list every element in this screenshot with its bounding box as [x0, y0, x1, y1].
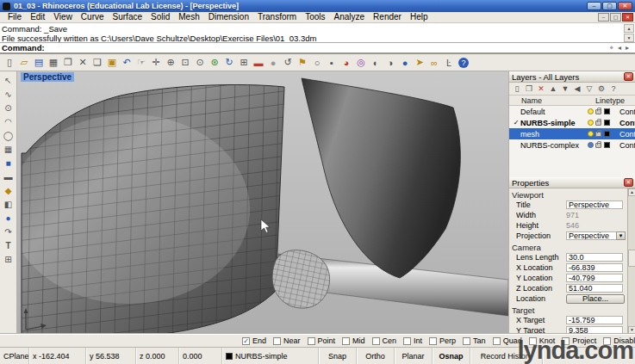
mdi-close-button[interactable]: ✕	[622, 13, 633, 22]
pointer-flag-icon[interactable]: ➤	[413, 56, 426, 70]
x-location-field[interactable]: -66.839	[566, 263, 623, 272]
layers-name-column-header[interactable]: Name	[521, 96, 595, 105]
move-layer-up-icon[interactable]: ▲	[549, 84, 557, 93]
arc-icon[interactable]: ◠	[2, 115, 15, 127]
layers-panel-titlebar[interactable]: Layers - All Layers ✕	[509, 71, 635, 83]
extrude-icon[interactable]: ◆	[2, 184, 15, 196]
mdi-restore-button[interactable]: ▢	[610, 13, 621, 22]
layer-on-bulb-icon[interactable]	[588, 142, 594, 148]
solid-tools-icon[interactable]: ◧	[2, 198, 15, 210]
shade-tool-icon[interactable]: ●	[266, 56, 280, 70]
layer-lock-icon[interactable]	[595, 109, 601, 114]
help-icon[interactable]: ?	[457, 56, 470, 70]
layer-name[interactable]: Default	[520, 108, 588, 116]
layer-linetype[interactable]: Continuous	[619, 130, 635, 139]
checkbox[interactable]	[429, 337, 437, 345]
move-layer-down-icon[interactable]: ▼	[561, 84, 570, 93]
layer-color-swatch[interactable]	[604, 120, 610, 126]
menu-curve[interactable]: Curve	[77, 12, 109, 22]
menu-file[interactable]: File	[3, 12, 26, 22]
copy-icon[interactable]: ❏	[90, 56, 104, 70]
minimize-button[interactable]: –	[587, 2, 601, 10]
render-sphere-icon[interactable]: ◕	[339, 56, 353, 70]
command-prompt[interactable]: Command: ⌖ ◂ ▸	[0, 43, 635, 54]
viewport-title-field[interactable]: Perspective	[566, 201, 623, 209]
layer-row-default[interactable]: Default Continuous	[509, 106, 635, 117]
layer-name[interactable]: NURBS-simple	[520, 119, 588, 127]
cplane-tool-icon[interactable]: ▬	[252, 56, 265, 70]
layer-row-nurbs-simple[interactable]: ✓ NURBS-simple Continuous	[509, 117, 635, 128]
layer-on-bulb-icon[interactable]	[588, 131, 594, 137]
planar-toggle[interactable]: Planar	[395, 348, 433, 364]
zoom-in-icon[interactable]: ⊕	[164, 56, 177, 70]
properties-panel-titlebar[interactable]: Properties ✕	[509, 177, 635, 188]
display-mode-a-icon[interactable]: ◐	[369, 56, 383, 70]
osnap-toggle[interactable]: Osnap	[433, 348, 470, 364]
place-button[interactable]: Place...	[566, 294, 625, 304]
curve-icon[interactable]: ∿	[2, 88, 15, 100]
clipboard-icon[interactable]: ❐	[61, 56, 75, 70]
zoom-extents-icon[interactable]: ⊛	[208, 56, 221, 70]
display-mode-b-icon[interactable]: ◑	[383, 56, 397, 70]
menu-view[interactable]: View	[49, 12, 77, 22]
menu-solid[interactable]: Solid	[146, 12, 174, 22]
ellipse-icon[interactable]: ◯	[2, 129, 15, 141]
lens-length-field[interactable]: 30.0	[566, 253, 623, 262]
render-globe-icon[interactable]: ●	[398, 56, 412, 70]
box-icon[interactable]: ■	[2, 157, 15, 169]
pan-hand-icon[interactable]: ☞	[134, 56, 148, 70]
snap-toggle[interactable]: Snap	[319, 348, 357, 364]
new-file-icon[interactable]: ▯	[3, 56, 16, 70]
osnap-item-perp[interactable]: Perp	[429, 336, 456, 345]
mdi-minimize-button[interactable]: –	[598, 13, 609, 22]
save-icon[interactable]: ▤	[32, 56, 46, 70]
menu-transform[interactable]: Transform	[253, 12, 301, 22]
paste-icon[interactable]: ▣	[105, 56, 119, 70]
zoom-dynamic-icon[interactable]: ⊙	[193, 56, 207, 70]
layer-lock-icon[interactable]	[595, 143, 601, 148]
copy-layer-icon[interactable]: ❐	[525, 84, 533, 93]
new-layer-icon[interactable]: ▯	[513, 84, 521, 93]
undo-icon[interactable]: ↶	[120, 56, 134, 70]
surface-plane-icon[interactable]: ▦	[2, 143, 15, 155]
binoculars-icon[interactable]: ∞	[427, 56, 441, 70]
layer-row-mesh[interactable]: mesh Continuous	[509, 128, 635, 139]
perspective-viewport[interactable]: Perspective	[17, 71, 508, 334]
menu-edit[interactable]: Edit	[26, 12, 49, 22]
checkbox[interactable]	[403, 337, 411, 345]
scrollbar-thumb[interactable]	[628, 250, 635, 267]
named-view-flag-icon[interactable]: ⚑	[296, 56, 309, 70]
prev-command-icon[interactable]: ◂	[618, 44, 621, 52]
checkbox[interactable]	[463, 337, 470, 345]
layer-color-swatch[interactable]	[604, 131, 610, 137]
fillet-icon[interactable]: ↷	[2, 225, 15, 238]
zoom-window-icon[interactable]: ⊡	[178, 56, 192, 70]
layer-filter-icon[interactable]: ▽	[585, 84, 594, 93]
layer-state-icon[interactable]: Ŀ	[442, 56, 456, 70]
layer-linetype[interactable]: Continuous	[619, 141, 635, 150]
osnap-item-point[interactable]: Point	[308, 336, 336, 345]
scroll-up-icon[interactable]: ▲	[628, 188, 635, 196]
osnap-item-int[interactable]: Int	[403, 336, 422, 345]
cylinder-icon[interactable]: ▬	[2, 170, 15, 182]
layer-on-bulb-icon[interactable]	[588, 120, 594, 126]
layer-lock-icon[interactable]	[595, 120, 601, 126]
layers-linetype-column-header[interactable]: Linetype	[595, 96, 625, 105]
menu-help[interactable]: Help	[406, 12, 433, 22]
properties-close-icon[interactable]: ✕	[624, 178, 633, 187]
osnap-item-mid[interactable]: Mid	[342, 336, 365, 345]
color-wheel-icon[interactable]: ◎	[354, 56, 368, 70]
x-target-field[interactable]: -15.759	[566, 316, 623, 324]
checkbox[interactable]	[342, 337, 350, 345]
layer-row-nurbs-complex[interactable]: NURBS-complex Continuous	[509, 139, 635, 151]
group-icon[interactable]: ⊞	[2, 253, 15, 265]
maximize-button[interactable]: ▢	[602, 2, 617, 10]
viewport-layout-icon[interactable]: ⊞	[237, 56, 251, 70]
layer-linetype[interactable]: Continuous	[619, 108, 635, 116]
layer-name[interactable]: mesh	[520, 130, 588, 139]
open-folder-icon[interactable]: ▱	[17, 56, 31, 70]
print-icon[interactable]: ▦	[47, 56, 60, 70]
checkbox[interactable]	[242, 337, 250, 345]
osnap-item-cen[interactable]: Cen	[372, 336, 397, 345]
osnap-item-near[interactable]: Near	[273, 336, 301, 345]
